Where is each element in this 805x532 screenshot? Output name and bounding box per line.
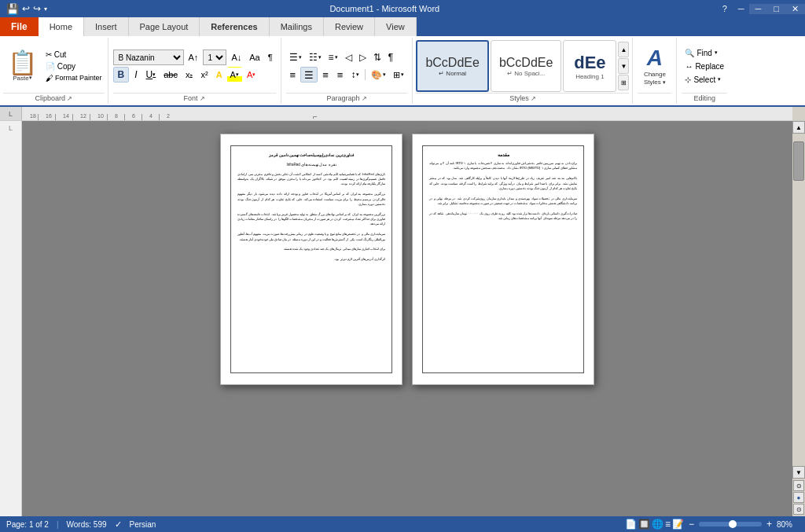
subscript-button[interactable]: x₂ <box>182 67 197 83</box>
styles-scroll-down-button[interactable]: ▼ <box>618 58 629 74</box>
tab-review[interactable]: Review <box>324 17 375 36</box>
full-screen-button[interactable]: 🔲 <box>638 519 650 530</box>
font-expand-icon[interactable]: ↗ <box>200 95 205 102</box>
page2-body: برای‌دادن به نهیم سرزمین حاضر بخشی‌اش فن… <box>429 161 577 222</box>
clipboard-group-label: Clipboard ↗ <box>3 93 105 102</box>
cut-button[interactable]: ✂ Cut <box>43 50 105 60</box>
multilevel-list-button[interactable]: ≡ ▾ <box>325 50 341 65</box>
language-check-icon: ✓ <box>115 519 122 530</box>
style-normal-button[interactable]: bCcDdEe ↵ Normal <box>416 40 488 92</box>
font-size-select[interactable]: 15 <box>203 50 226 65</box>
change-styles-label: ChangeStyles ▾ <box>644 71 666 86</box>
minimize-button[interactable]: ─ <box>749 4 768 14</box>
bold-button[interactable]: B <box>113 67 130 83</box>
line-spacing-button[interactable]: ↕ ▾ <box>347 67 362 83</box>
dropdown-arrow-icon[interactable]: ▾ <box>44 6 47 13</box>
style-nospacing-button[interactable]: bCcDdEe ↵ No Spaci... <box>491 40 561 92</box>
redo-button[interactable]: ↪ <box>33 3 41 14</box>
increase-indent-button[interactable]: ▷ <box>356 50 369 65</box>
clear-formatting-button[interactable]: ¶ <box>265 50 276 65</box>
increase-font-size-button[interactable]: A↑ <box>186 50 202 65</box>
prev-page-button[interactable]: ⊙ <box>793 480 804 491</box>
style-heading1-button[interactable]: dEe Heading 1 <box>563 40 616 92</box>
text-effects-button[interactable]: A <box>213 67 226 83</box>
replace-icon: ↔ <box>685 62 693 71</box>
vertical-scrollbar[interactable]: ▲ ▼ ⊙ ● ⊙ <box>792 121 805 516</box>
styles-expand-button[interactable]: ⊞ <box>618 75 629 90</box>
zoom-minus-button[interactable]: − <box>689 519 694 530</box>
tab-home[interactable]: Home <box>39 17 84 36</box>
justify-button[interactable]: ≡ <box>333 67 347 83</box>
page1-body: تازی‌های InfraRed که با فضاسرشپانید الثم… <box>237 172 385 262</box>
font-group: B Nazanin A↑ 15 A↓ Aa ¶ B I U ▾ abc x₂ x… <box>108 38 281 104</box>
ribbon-toggle-icon[interactable]: ─ <box>733 4 749 14</box>
numbering-button[interactable]: ☷ ▾ <box>306 50 325 65</box>
find-button[interactable]: 🔍 Find ▾ <box>682 47 727 59</box>
styles-group: bCcDdEe ↵ Normal bCcDdEe ↵ No Spaci... d… <box>413 38 633 104</box>
change-styles-button[interactable]: A ChangeStyles ▾ <box>639 42 671 89</box>
draft-view-button[interactable]: 📝 <box>672 519 684 530</box>
scroll-up-button[interactable]: ▲ <box>792 121 805 134</box>
web-layout-button[interactable]: 🌐 <box>652 519 663 530</box>
paste-button[interactable]: 📋 Paste ▾ <box>3 39 42 93</box>
ruler-scroll-area <box>792 107 805 120</box>
zoom-slider[interactable] <box>699 522 762 526</box>
strikethrough-button[interactable]: abc <box>160 67 181 83</box>
select-browse-button[interactable]: ● <box>793 492 804 503</box>
paste-label: Paste ▾ <box>13 75 31 82</box>
tab-mailings[interactable]: Mailings <box>270 17 324 36</box>
help-icon[interactable]: ? <box>716 4 733 14</box>
tab-insert[interactable]: Insert <box>84 17 129 36</box>
shading-button[interactable]: 🎨 ▾ <box>368 67 389 83</box>
tab-references[interactable]: References <box>200 17 269 36</box>
style-nospacing-label: ↵ No Spaci... <box>507 70 545 77</box>
format-painter-button[interactable]: 🖌 Format Painter <box>43 73 105 83</box>
close-button[interactable]: ✕ <box>785 4 805 14</box>
save-button[interactable]: 💾 <box>6 3 19 15</box>
decrease-indent-button[interactable]: ◁ <box>342 50 355 65</box>
next-page-button[interactable]: ⊙ <box>793 504 804 515</box>
undo-button[interactable]: ↩ <box>22 3 30 14</box>
style-normal-sub: ↵ Normal <box>439 70 466 77</box>
scroll-down-button[interactable]: ▼ <box>792 466 805 479</box>
font-family-select[interactable]: B Nazanin <box>113 50 184 65</box>
tab-stop-indicator[interactable]: ⌐ <box>311 112 319 120</box>
styles-expand-icon[interactable]: ↗ <box>531 95 536 102</box>
show-hide-button[interactable]: ¶ <box>385 50 396 65</box>
select-button[interactable]: ⊹ Select ▾ <box>682 74 727 86</box>
align-left-button[interactable]: ≡ <box>286 67 300 83</box>
align-right-button[interactable]: ≡ <box>318 67 333 83</box>
borders-button[interactable]: ⊞ ▾ <box>390 67 407 83</box>
decrease-font-size-button[interactable]: A↓ <box>228 50 244 65</box>
scroll-track[interactable] <box>792 134 805 466</box>
styles-group-label: Styles ↗ <box>416 93 629 102</box>
outline-view-button[interactable]: ≡ <box>665 519 671 530</box>
clipboard-expand-icon[interactable]: ↗ <box>67 95 72 102</box>
align-center-button[interactable]: ☰ <box>300 67 318 83</box>
change-case-button[interactable]: Aa <box>246 50 263 65</box>
zoom-plus-button[interactable]: + <box>766 519 772 530</box>
copy-button[interactable]: 📄 Copy <box>43 61 105 72</box>
tab-page-layout[interactable]: Page Layout <box>129 17 200 36</box>
document-area[interactable]: فناوری‌ترین نمادی‌راپوسیله‌ساخت نهمین دا… <box>22 121 792 516</box>
zoom-percent: 80% <box>777 520 799 529</box>
paragraph-expand-icon[interactable]: ↗ <box>362 95 367 102</box>
highlight-color-button[interactable]: A ▾ <box>227 67 242 83</box>
maximize-button[interactable]: □ <box>767 4 785 14</box>
styles-scroll-up-button[interactable]: ▲ <box>618 42 629 57</box>
underline-button[interactable]: U ▾ <box>143 67 160 83</box>
replace-button[interactable]: ↔ Replace <box>682 61 727 72</box>
bullets-button[interactable]: ☰ ▾ <box>286 50 305 65</box>
print-layout-button[interactable]: 📄 <box>625 519 637 530</box>
italic-button[interactable]: I <box>130 67 141 83</box>
tab-file[interactable]: File <box>0 17 39 36</box>
font-color-button[interactable]: A ▾ <box>244 67 259 83</box>
ruler[interactable]: 18 16 14 12 10 8 6 4 2 ⌐ <box>22 107 792 120</box>
scroll-thumb[interactable] <box>793 141 804 181</box>
page-info: Page: 1 of 2 <box>6 520 49 529</box>
tab-view[interactable]: View <box>375 17 417 36</box>
font-group-label: Font ↗ <box>113 93 276 102</box>
sort-button[interactable]: ⇅ <box>370 50 384 65</box>
style-normal-preview: bCcDdEe <box>425 56 479 70</box>
superscript-button[interactable]: x² <box>197 67 211 83</box>
